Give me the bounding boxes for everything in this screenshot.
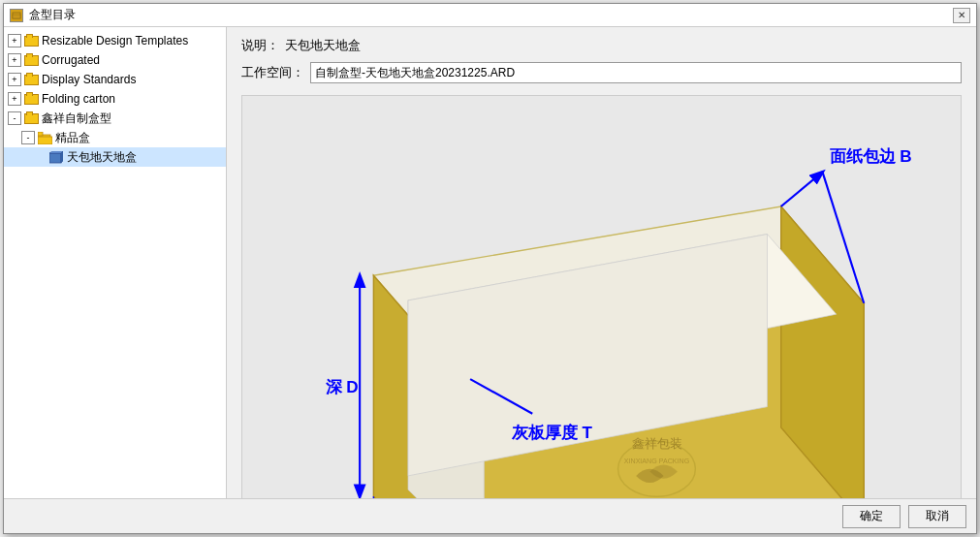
svg-text:XINXIANG PACKING: XINXIANG PACKING bbox=[624, 458, 689, 465]
folder-icon-jingpin bbox=[37, 131, 52, 144]
cancel-button[interactable]: 取消 bbox=[908, 505, 966, 528]
expand-jingpin[interactable]: - bbox=[21, 131, 35, 144]
workspace-row: 工作空间： bbox=[241, 62, 962, 83]
folder-icon-resizable bbox=[23, 34, 39, 47]
title-bar-left: 盒型目录 bbox=[10, 7, 76, 23]
confirm-button[interactable]: 确定 bbox=[842, 505, 901, 528]
desc-row: 说明： 天包地天地盒 bbox=[241, 37, 962, 54]
footer: 确定 取消 bbox=[4, 498, 976, 533]
expand-display[interactable]: + bbox=[8, 73, 21, 86]
tree-item-display[interactable]: + Display Standards bbox=[4, 70, 226, 89]
content-area: + Resizable Design Templates + Corrugate… bbox=[4, 27, 976, 498]
tree-label-custom-root: 鑫祥自制盒型 bbox=[42, 111, 111, 127]
svg-text:灰板厚度 T: 灰板厚度 T bbox=[511, 423, 593, 442]
svg-text:面纸包边 B: 面纸包边 B bbox=[830, 147, 912, 166]
tree-label-display: Display Standards bbox=[42, 73, 136, 86]
desc-value: 天包地天地盒 bbox=[285, 37, 361, 54]
expand-resizable[interactable]: + bbox=[8, 34, 21, 47]
dialog-icon bbox=[10, 9, 23, 22]
tree-label-resizable: Resizable Design Templates bbox=[42, 34, 188, 47]
expand-corrugated[interactable]: + bbox=[8, 53, 21, 67]
tree-item-resizable[interactable]: + Resizable Design Templates bbox=[4, 31, 226, 50]
tree-item-custom-root[interactable]: - 鑫祥自制盒型 bbox=[4, 109, 226, 128]
folder-icon-display bbox=[23, 73, 39, 86]
svg-marker-7 bbox=[61, 151, 63, 163]
dialog-window: 盒型目录 ✕ + Resizable Design Templates + Co… bbox=[3, 3, 977, 534]
tree-panel: + Resizable Design Templates + Corrugate… bbox=[4, 27, 227, 498]
svg-rect-4 bbox=[38, 132, 43, 136]
desc-label: 说明： bbox=[241, 37, 279, 54]
folder-icon-folding bbox=[23, 92, 39, 106]
tree-label-corrugated: Corrugated bbox=[42, 53, 100, 67]
tree-label-folding: Folding carton bbox=[42, 92, 115, 106]
box-preview: 鑫祥包装 XINXIANG PACKING 面纸包边 B 深 D bbox=[241, 95, 962, 498]
svg-rect-5 bbox=[49, 153, 61, 163]
right-panel: 说明： 天包地天地盒 工作空间： bbox=[227, 27, 976, 498]
tree-item-tianbaodi[interactable]: 天包地天地盒 bbox=[4, 147, 226, 167]
workspace-input[interactable] bbox=[310, 62, 962, 83]
workspace-label: 工作空间： bbox=[241, 64, 304, 81]
dialog-title: 盒型目录 bbox=[29, 7, 76, 23]
tree-label-jingpin: 精品盒 bbox=[55, 130, 90, 146]
svg-text:鑫祥包装: 鑫祥包装 bbox=[632, 437, 682, 451]
expand-folding[interactable]: + bbox=[8, 92, 21, 106]
box-3d-svg: 鑫祥包装 XINXIANG PACKING 面纸包边 B 深 D bbox=[242, 96, 961, 498]
expand-custom-root[interactable]: - bbox=[8, 111, 21, 125]
tree-item-jingpin[interactable]: - 精品盒 bbox=[4, 128, 226, 147]
svg-marker-6 bbox=[49, 151, 63, 153]
box-icon-tianbaodi bbox=[48, 150, 64, 164]
svg-rect-3 bbox=[38, 137, 52, 144]
svg-text:深 D: 深 D bbox=[326, 378, 359, 396]
tree-label-tianbaodi: 天包地天地盒 bbox=[67, 149, 137, 166]
close-button[interactable]: ✕ bbox=[953, 8, 970, 23]
folder-icon-custom-root bbox=[23, 111, 39, 125]
folder-icon-corrugated bbox=[23, 53, 39, 67]
tree-item-corrugated[interactable]: + Corrugated bbox=[4, 50, 226, 70]
title-bar: 盒型目录 ✕ bbox=[4, 4, 976, 27]
tree-item-folding[interactable]: + Folding carton bbox=[4, 89, 226, 109]
svg-rect-1 bbox=[13, 15, 20, 18]
